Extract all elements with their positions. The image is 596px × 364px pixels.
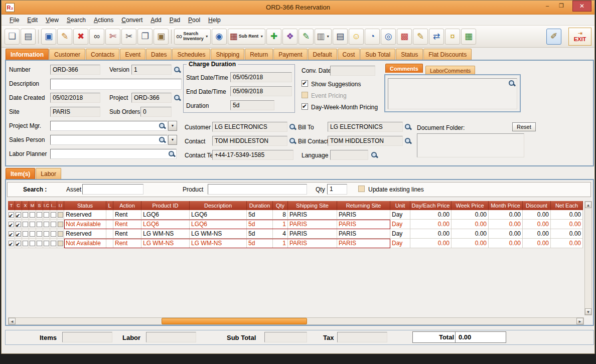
column-header-product-id[interactable]: Product ID: [141, 201, 190, 210]
row-checkbox[interactable]: [16, 231, 21, 237]
tab-event[interactable]: Event: [120, 49, 145, 60]
column-header-x[interactable]: X: [22, 201, 29, 210]
project-mgr-search-icon[interactable]: [158, 122, 166, 129]
row-checkbox-cell[interactable]: [36, 220, 43, 229]
language-search-icon[interactable]: [370, 151, 378, 158]
column-header-description[interactable]: Description: [190, 201, 247, 210]
column-header-i-i[interactable]: I.I: [57, 201, 64, 210]
customer-field[interactable]: LG ELECTRONICS: [212, 122, 287, 132]
conv-date-field[interactable]: [330, 66, 375, 76]
tab-labor[interactable]: Labor: [36, 168, 61, 179]
row-checkbox[interactable]: [9, 241, 14, 246]
tab-cost[interactable]: Cost: [338, 49, 360, 60]
tab-default[interactable]: Default: [308, 49, 337, 60]
column-header-unit[interactable]: Unit: [390, 201, 410, 210]
tab-customer[interactable]: Customer: [49, 49, 85, 60]
edit-note-button[interactable]: ✎: [299, 29, 314, 45]
column-header-i-[interactable]: I...: [50, 201, 57, 210]
menu-pool[interactable]: Pool: [184, 16, 204, 25]
tab-information[interactable]: Information: [6, 49, 49, 60]
column-header-qty[interactable]: Qty: [273, 201, 288, 210]
row-checkbox-cell[interactable]: [57, 210, 64, 220]
labor-planner-search-icon[interactable]: [168, 150, 175, 157]
cards-button[interactable]: ▥▼: [315, 29, 332, 45]
row-checkbox-cell[interactable]: [43, 220, 50, 229]
tab-labor-comments[interactable]: LaborComments: [425, 66, 475, 75]
customer-search-icon[interactable]: [288, 123, 296, 130]
end-date-field[interactable]: 05/09/2018: [230, 86, 292, 96]
row-checkbox-cell[interactable]: [29, 220, 36, 229]
column-header-returning-site[interactable]: Returning Site: [337, 201, 390, 210]
event-pricing-checkbox[interactable]: [302, 92, 308, 98]
contact-field[interactable]: TOM HIDDLESTON: [212, 136, 287, 146]
scroll-right-icon[interactable]: ►: [576, 318, 583, 324]
menu-edit[interactable]: Edit: [23, 16, 42, 25]
asset-input[interactable]: [82, 184, 143, 195]
row-checkbox-cell[interactable]: [36, 210, 43, 220]
transfer-button[interactable]: ⇄: [429, 29, 444, 45]
language-field[interactable]: [330, 150, 368, 160]
column-header-shipping-site[interactable]: Shipping Site: [288, 201, 337, 210]
bill-to-field[interactable]: LG ELECTRONICS: [328, 122, 403, 132]
menu-pad[interactable]: Pad: [166, 16, 184, 25]
menu-search[interactable]: Search: [63, 16, 90, 25]
search-inventory-button-dropdown-icon[interactable]: ▼: [205, 35, 209, 38]
cube-button[interactable]: ▩: [397, 29, 412, 45]
reset-button[interactable]: Reset: [512, 122, 536, 131]
row-checkbox[interactable]: [37, 241, 42, 246]
sub-orders-field[interactable]: 0: [140, 107, 172, 117]
print-button[interactable]: ▤: [21, 29, 36, 45]
tab-contacts[interactable]: Contacts: [86, 49, 119, 60]
row-checkbox-cell[interactable]: [57, 229, 64, 239]
row-checkbox[interactable]: [16, 222, 21, 227]
row-checkbox[interactable]: [51, 241, 56, 246]
blocks-button[interactable]: ▦: [461, 29, 476, 45]
item-row[interactable]: Not AvailableRentLG WM-NSLG WM-NS5d1PARI…: [8, 239, 583, 248]
column-header-status[interactable]: Status: [64, 201, 106, 210]
row-checkbox[interactable]: [37, 222, 42, 227]
row-checkbox[interactable]: [58, 212, 63, 218]
row-checkbox[interactable]: [37, 212, 42, 218]
row-checkbox[interactable]: [44, 231, 49, 237]
row-checkbox-cell[interactable]: [22, 229, 29, 239]
row-checkbox[interactable]: [44, 212, 49, 218]
cards-button-dropdown-icon[interactable]: ▼: [326, 35, 330, 38]
row-checkbox-cell[interactable]: [15, 220, 22, 229]
duration-field[interactable]: 5d: [230, 100, 274, 110]
date-created-field[interactable]: 05/02/2018: [50, 93, 100, 103]
pool-button[interactable]: ◉: [212, 29, 227, 45]
delete-button[interactable]: ✖: [73, 29, 88, 45]
edit-button[interactable]: ✎: [57, 29, 72, 45]
row-checkbox-cell[interactable]: [22, 210, 29, 220]
wand-button[interactable]: ✐: [546, 29, 561, 45]
new-document-button[interactable]: ❏: [5, 29, 20, 45]
contact-tel-field[interactable]: +44-17-5349-1585: [212, 150, 293, 160]
row-checkbox[interactable]: [23, 212, 28, 218]
column-header-l[interactable]: L: [106, 201, 113, 210]
row-checkbox[interactable]: [23, 241, 28, 246]
sales-person-dropdown[interactable]: ▼: [168, 135, 177, 145]
tab-status[interactable]: Status: [396, 49, 423, 60]
row-checkbox[interactable]: [16, 212, 21, 218]
row-checkbox-cell[interactable]: [29, 229, 36, 239]
minimize-button[interactable]: –: [540, 1, 554, 11]
sales-person-field[interactable]: [50, 135, 168, 145]
column-header-s[interactable]: S: [36, 201, 43, 210]
document-folder-area[interactable]: [417, 133, 524, 157]
row-checkbox[interactable]: [58, 231, 63, 237]
row-checkbox[interactable]: [58, 241, 63, 246]
menu-help[interactable]: Help: [204, 16, 225, 25]
bill-to-search-icon[interactable]: [404, 123, 411, 130]
row-checkbox[interactable]: [23, 231, 28, 237]
vertical-scrollbar[interactable]: ▲ ▼: [584, 201, 592, 315]
tab-item-s-[interactable]: Item(s): [6, 168, 35, 179]
close-button[interactable]: ✕: [572, 1, 591, 12]
column-header-t[interactable]: T: [8, 201, 15, 210]
product-input[interactable]: [208, 184, 307, 195]
notes-button[interactable]: ✎: [413, 29, 428, 45]
show-suggestions-checkbox[interactable]: [302, 80, 308, 87]
menu-actions[interactable]: Actions: [90, 16, 117, 25]
item-row[interactable]: Not AvailableRentLGQ6LGQ65d1PARISPARISDa…: [8, 220, 583, 229]
save-button[interactable]: ▣: [41, 29, 56, 45]
start-date-field[interactable]: 05/05/2018: [230, 72, 292, 82]
